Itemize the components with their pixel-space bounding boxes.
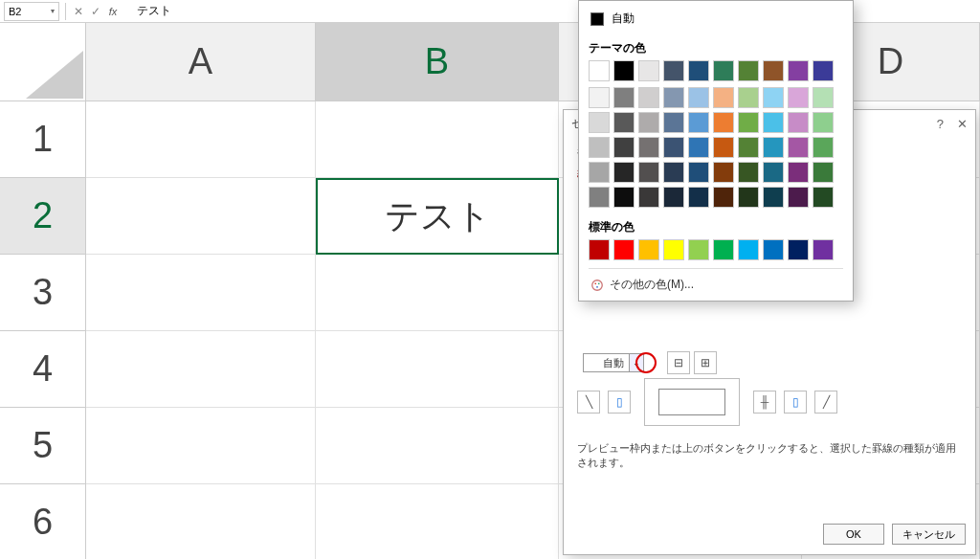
color-swatch[interactable] [813,239,834,260]
color-swatch[interactable] [589,87,610,108]
color-swatch[interactable] [688,187,709,208]
color-swatch[interactable] [638,239,659,260]
color-swatch[interactable] [763,239,784,260]
color-swatch[interactable] [813,187,834,208]
color-swatch[interactable] [663,187,684,208]
color-swatch[interactable] [738,187,759,208]
row-header-1[interactable]: 1 [0,101,86,178]
color-swatch[interactable] [688,137,709,158]
cancel-button[interactable]: キャンセル [892,524,966,545]
col-header-A[interactable]: A [86,23,316,101]
color-swatch[interactable] [788,60,809,81]
color-swatch[interactable] [788,239,809,260]
color-swatch[interactable] [613,60,635,81]
border-inner-h-button[interactable]: ⊞ [694,351,717,374]
cell-A4[interactable] [86,331,316,408]
border-left-button[interactable]: ▯ [608,391,631,414]
cell-B6[interactable] [316,484,559,559]
help-icon[interactable]: ? [937,117,944,131]
color-swatch[interactable] [589,162,610,183]
color-swatch[interactable] [663,87,684,108]
ok-button[interactable]: OK [823,524,884,545]
border-diag-up-button[interactable]: ╱ [814,391,837,414]
color-swatch[interactable] [613,239,635,260]
color-swatch[interactable] [638,187,659,208]
color-swatch[interactable] [663,162,684,183]
color-swatch[interactable] [763,60,784,81]
row-header-2[interactable]: 2 [0,178,86,255]
color-swatch[interactable] [763,87,784,108]
color-swatch[interactable] [688,239,709,260]
col-header-B[interactable]: B [316,23,559,101]
color-swatch[interactable] [589,137,610,158]
color-swatch[interactable] [713,137,734,158]
color-swatch[interactable] [788,187,809,208]
close-icon[interactable]: ✕ [957,117,968,131]
color-swatch[interactable] [589,187,610,208]
color-swatch[interactable] [738,162,759,183]
color-swatch[interactable] [638,162,659,183]
color-swatch[interactable] [663,239,684,260]
color-swatch[interactable] [763,187,784,208]
cell-A6[interactable] [86,484,316,559]
color-swatch[interactable] [638,60,659,81]
chevron-down-icon[interactable]: ⌄ [629,353,644,372]
select-all-corner[interactable] [0,23,86,101]
color-swatch[interactable] [663,112,684,133]
color-swatch[interactable] [738,60,759,81]
color-swatch[interactable] [663,137,684,158]
cell-A5[interactable] [86,408,316,484]
border-inner-v-button[interactable]: ╫ [753,391,776,414]
more-colors-button[interactable]: その他の色(M)... [589,268,843,297]
color-swatch[interactable] [813,87,834,108]
color-swatch[interactable] [688,162,709,183]
row-header-5[interactable]: 5 [0,408,86,484]
color-swatch[interactable] [589,60,610,81]
color-swatch[interactable] [763,137,784,158]
color-swatch[interactable] [688,60,709,81]
cell-A2[interactable] [86,178,316,255]
color-swatch[interactable] [788,137,809,158]
color-swatch[interactable] [813,60,834,81]
cell-B2[interactable]: テスト [316,178,559,255]
color-swatch[interactable] [738,87,759,108]
auto-color-row[interactable]: 自動 [589,9,843,34]
color-swatch[interactable] [763,162,784,183]
color-dropdown[interactable]: 自動 ⌄ [583,353,644,372]
color-swatch[interactable] [688,87,709,108]
name-box[interactable]: B2 ▾ [4,2,59,21]
color-swatch[interactable] [589,112,610,133]
fx-icon[interactable]: fx [105,4,121,19]
color-swatch[interactable] [613,162,635,183]
row-header-4[interactable]: 4 [0,331,86,408]
color-swatch[interactable] [713,60,734,81]
color-swatch[interactable] [788,162,809,183]
color-swatch[interactable] [763,112,784,133]
cell-A1[interactable] [86,101,316,178]
cell-B1[interactable] [316,101,559,178]
color-swatch[interactable] [638,112,659,133]
cell-B5[interactable] [316,408,559,484]
cell-B4[interactable] [316,331,559,408]
color-swatch[interactable] [613,112,635,133]
color-swatch[interactable] [738,239,759,260]
color-swatch[interactable] [613,137,635,158]
color-swatch[interactable] [638,137,659,158]
cell-A3[interactable] [86,255,316,331]
border-preview[interactable] [644,378,740,426]
color-swatch[interactable] [813,137,834,158]
row-header-3[interactable]: 3 [0,255,86,331]
cell-B3[interactable] [316,255,559,331]
color-swatch[interactable] [713,162,734,183]
color-swatch[interactable] [788,87,809,108]
enter-icon[interactable]: ✓ [88,4,103,19]
color-swatch[interactable] [713,112,734,133]
color-swatch[interactable] [613,87,635,108]
border-right-button[interactable]: ▯ [784,391,807,414]
color-swatch[interactable] [738,137,759,158]
color-swatch[interactable] [788,112,809,133]
color-swatch[interactable] [638,87,659,108]
border-top-button[interactable]: ⊟ [667,351,690,374]
color-swatch[interactable] [663,60,684,81]
row-header-6[interactable]: 6 [0,484,86,559]
